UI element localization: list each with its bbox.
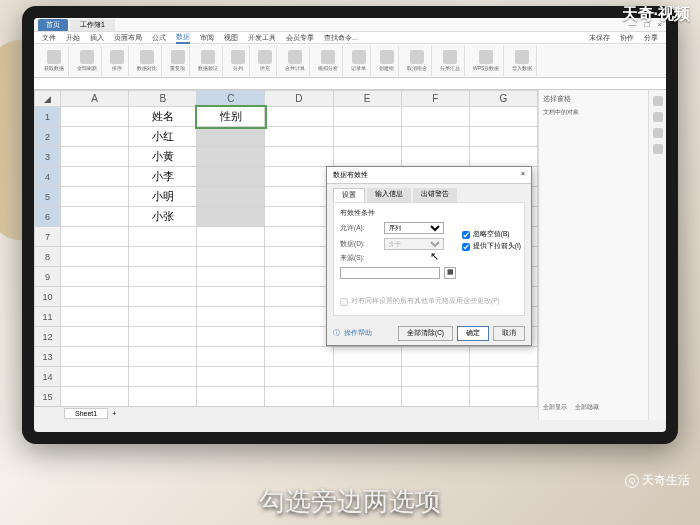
col-header-D[interactable]: D	[265, 91, 333, 107]
cell-B8[interactable]	[129, 247, 197, 267]
cell-B14[interactable]	[129, 367, 197, 387]
cell-G13[interactable]	[469, 347, 537, 367]
menu-layout[interactable]: 页面布局	[114, 33, 142, 43]
cell-F14[interactable]	[401, 367, 469, 387]
cell-E15[interactable]	[333, 387, 401, 407]
cell-C15[interactable]	[197, 387, 265, 407]
row-header-1[interactable]: 1	[35, 107, 61, 127]
cell-C9[interactable]	[197, 267, 265, 287]
ribbon-数据验证[interactable]: 数据验证	[194, 46, 223, 76]
col-header-G[interactable]: G	[469, 91, 537, 107]
cell-D15[interactable]	[265, 387, 333, 407]
cell-B11[interactable]	[129, 307, 197, 327]
col-header-B[interactable]: B	[129, 91, 197, 107]
row-header-8[interactable]: 8	[35, 247, 61, 267]
cell-A8[interactable]	[61, 247, 129, 267]
cell-F1[interactable]	[401, 107, 469, 127]
cell-G3[interactable]	[469, 147, 537, 167]
cell-A13[interactable]	[61, 347, 129, 367]
menu-data[interactable]: 数据	[176, 32, 190, 44]
menu-file[interactable]: 文件	[42, 33, 56, 43]
range-picker-icon[interactable]: ▦	[444, 267, 456, 279]
ribbon-重复项[interactable]: 重复项	[166, 46, 190, 76]
tab-home[interactable]: 首页	[38, 19, 68, 31]
row-header-3[interactable]: 3	[35, 147, 61, 167]
row-header-13[interactable]: 13	[35, 347, 61, 367]
help-link[interactable]: 操作帮助	[344, 329, 372, 338]
select-all-corner[interactable]: ◢	[35, 91, 61, 107]
ribbon-填充[interactable]: 填充	[254, 46, 277, 76]
col-header-C[interactable]: C	[197, 91, 265, 107]
cell-G1[interactable]	[469, 107, 537, 127]
cell-C13[interactable]	[197, 347, 265, 367]
cell-B13[interactable]	[129, 347, 197, 367]
cell-B10[interactable]	[129, 287, 197, 307]
col-header-A[interactable]: A	[61, 91, 129, 107]
cell-D4[interactable]	[265, 167, 333, 187]
cell-D12[interactable]	[265, 327, 333, 347]
cell-B15[interactable]	[129, 387, 197, 407]
dialog-close-icon[interactable]: ×	[521, 170, 525, 180]
cell-F15[interactable]	[401, 387, 469, 407]
cell-E14[interactable]	[333, 367, 401, 387]
hide-all-link[interactable]: 全部隐藏	[575, 403, 599, 412]
sheet-tab-1[interactable]: Sheet1	[64, 408, 108, 419]
ribbon-合并计算[interactable]: 合并计算	[281, 46, 310, 76]
cell-A10[interactable]	[61, 287, 129, 307]
ribbon-WPS云数据[interactable]: WPS云数据	[469, 46, 504, 76]
ribbon-分列[interactable]: 分列	[227, 46, 250, 76]
cell-C10[interactable]	[197, 287, 265, 307]
cell-D7[interactable]	[265, 227, 333, 247]
cell-A12[interactable]	[61, 327, 129, 347]
cell-D5[interactable]	[265, 187, 333, 207]
cell-A4[interactable]	[61, 167, 129, 187]
cell-C1[interactable]: 性别	[197, 107, 265, 127]
cancel-button[interactable]: 取消	[493, 326, 525, 341]
side-icon-1[interactable]	[653, 96, 663, 106]
row-header-15[interactable]: 15	[35, 387, 61, 407]
tab-document[interactable]: 工作簿1	[70, 19, 115, 31]
side-icon-4[interactable]	[653, 144, 663, 154]
cell-A9[interactable]	[61, 267, 129, 287]
side-icon-2[interactable]	[653, 112, 663, 122]
cell-C5[interactable]	[197, 187, 265, 207]
cell-D1[interactable]	[265, 107, 333, 127]
cell-G15[interactable]	[469, 387, 537, 407]
cell-A2[interactable]	[61, 127, 129, 147]
cell-A6[interactable]	[61, 207, 129, 227]
cell-E1[interactable]	[333, 107, 401, 127]
cell-C7[interactable]	[197, 227, 265, 247]
menu-home[interactable]: 开始	[66, 33, 80, 43]
cell-C12[interactable]	[197, 327, 265, 347]
ribbon-获取数据[interactable]: 获取数据	[40, 46, 69, 76]
cell-G14[interactable]	[469, 367, 537, 387]
dialog-tab-input[interactable]: 输入信息	[367, 188, 411, 202]
cell-D3[interactable]	[265, 147, 333, 167]
add-sheet-icon[interactable]: +	[112, 410, 116, 417]
data-select[interactable]: 介于	[384, 238, 444, 250]
dropdown-arrow-checkbox[interactable]	[462, 243, 470, 251]
ribbon-模拟分析[interactable]: 模拟分析	[314, 46, 343, 76]
row-header-11[interactable]: 11	[35, 307, 61, 327]
row-header-7[interactable]: 7	[35, 227, 61, 247]
cell-A15[interactable]	[61, 387, 129, 407]
menu-review[interactable]: 审阅	[200, 33, 214, 43]
row-header-9[interactable]: 9	[35, 267, 61, 287]
formula-bar[interactable]	[34, 78, 666, 90]
menu-dev[interactable]: 开发工具	[248, 33, 276, 43]
row-header-12[interactable]: 12	[35, 327, 61, 347]
cell-D2[interactable]	[265, 127, 333, 147]
cell-B5[interactable]: 小明	[129, 187, 197, 207]
cell-C2[interactable]	[197, 127, 265, 147]
side-icon-3[interactable]	[653, 128, 663, 138]
menu-search[interactable]: 查找命令...	[324, 33, 358, 43]
row-header-14[interactable]: 14	[35, 367, 61, 387]
cell-D13[interactable]	[265, 347, 333, 367]
cell-B3[interactable]: 小黄	[129, 147, 197, 167]
ribbon-分类汇总[interactable]: 分类汇总	[436, 46, 465, 76]
cell-B2[interactable]: 小红	[129, 127, 197, 147]
cell-B7[interactable]	[129, 227, 197, 247]
cell-A3[interactable]	[61, 147, 129, 167]
menu-formula[interactable]: 公式	[152, 33, 166, 43]
show-all-link[interactable]: 全部显示	[543, 403, 567, 412]
